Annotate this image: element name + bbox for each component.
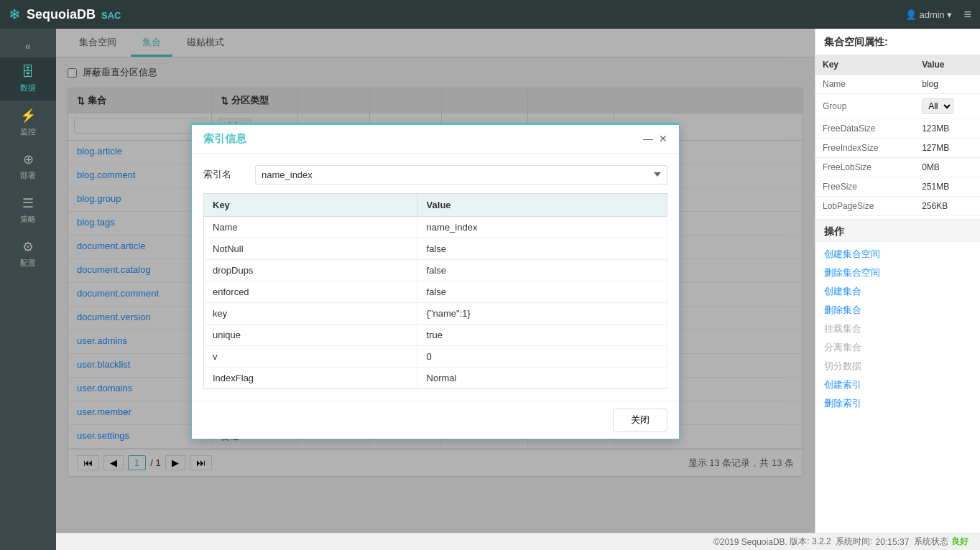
props-group-select[interactable]: All — [922, 98, 953, 114]
modal-table-row: NotNullfalse — [204, 238, 667, 259]
ops-item[interactable]: 创建集合空间 — [824, 245, 971, 264]
monitor-icon: ⚡ — [20, 108, 36, 123]
props-table-row: Nameblog — [815, 75, 980, 94]
props-table-row: LobPageSize256KB — [815, 197, 980, 216]
sidebar-item-policy[interactable]: ☰ 策略 — [0, 188, 56, 232]
modal-value-cell: true — [417, 324, 667, 345]
right-panel: 集合空间属性: Key Value NameblogGroupAllFreeDa… — [815, 29, 980, 533]
props-value-header: Value — [915, 55, 980, 75]
navbar-right: 👤 admin ▾ ≡ — [905, 7, 971, 22]
ops-item: 切分数据 — [824, 357, 971, 376]
props-table-row: GroupAll — [815, 94, 980, 119]
props-value-cell: 256KB — [915, 197, 980, 216]
props-key-cell: Group — [815, 94, 915, 119]
sidebar-item-deploy[interactable]: ⊕ 部署 — [0, 144, 56, 188]
sidebar-collapse-button[interactable]: « — [25, 34, 31, 57]
footer-time-value: 20:15:37 — [876, 537, 910, 547]
modal-key-cell: enforced — [204, 281, 418, 302]
right-panel-title: 集合空间属性: — [815, 29, 980, 55]
modal-value-cell: false — [417, 281, 667, 302]
footer-time-label: 系统时间: — [836, 536, 872, 548]
sidebar-item-monitor[interactable]: ⚡ 监控 — [0, 101, 56, 144]
modal-controls: — ✕ — [643, 133, 667, 144]
props-key-cell: FreeIndexSize — [815, 139, 915, 158]
app-name: SequoiaDBSAC — [27, 7, 121, 22]
modal-table-row: enforcedfalse — [204, 281, 667, 302]
modal-table-row: IndexFlagNormal — [204, 367, 667, 388]
ops-title: 操作 — [815, 219, 980, 242]
config-icon: ⚙ — [22, 239, 34, 255]
props-value-cell: 0MB — [915, 158, 980, 177]
props-value-cell: 127MB — [915, 139, 980, 158]
footer-copyright: ©2019 SequoiaDB. — [713, 537, 787, 547]
footer-status-value: 良好 — [951, 536, 969, 548]
modal-key-cell: IndexFlag — [204, 367, 418, 388]
ops-item: 挂载集合 — [824, 320, 971, 338]
modal-key-cell: unique — [204, 324, 418, 345]
sidebar-item-config[interactable]: ⚙ 配置 — [0, 232, 56, 276]
modal-key-cell: dropDups — [204, 259, 418, 281]
modal-key-cell: Name — [204, 216, 418, 238]
props-key-header: Key — [815, 55, 915, 75]
props-table-row: FreeIndexSize127MB — [815, 139, 980, 158]
ops-item: 分离集合 — [824, 338, 971, 357]
sidebar: « 🗄 数据 ⚡ 监控 ⊕ 部署 ☰ 策略 ⚙ 配置 — [0, 29, 56, 550]
modal-close-button[interactable]: ✕ — [659, 133, 667, 144]
props-value-cell[interactable]: All — [915, 94, 980, 119]
modal-minimize-button[interactable]: — — [643, 133, 653, 144]
modal-key-header: Key — [204, 193, 418, 216]
policy-icon: ☰ — [22, 195, 34, 211]
modal-footer: 关闭 — [192, 401, 679, 439]
modal-title: 索引信息 — [203, 132, 246, 146]
modal-table-row: dropDupsfalse — [204, 259, 667, 281]
index-info-modal: 索引信息 — ✕ 索引名 name_index Key Value Namena… — [191, 123, 680, 439]
props-key-cell: FreeSize — [815, 177, 915, 197]
modal-value-cell: {"name":1} — [417, 302, 667, 324]
modal-table-row: Namename_index — [204, 216, 667, 238]
modal-key-cell: v — [204, 345, 418, 367]
props-table-row: FreeSize251MB — [815, 177, 980, 197]
admin-menu[interactable]: 👤 admin ▾ — [905, 9, 953, 20]
modal-value-header: Value — [417, 193, 667, 216]
modal-table-row: v0 — [204, 345, 667, 367]
ops-list: 创建集合空间删除集合空间创建集合删除集合挂载集合分离集合切分数据创建索引删除索引 — [815, 242, 980, 416]
modal-close-footer-button[interactable]: 关闭 — [613, 409, 667, 432]
index-name-field: 索引名 name_index — [203, 165, 667, 185]
modal-value-cell: name_index — [417, 216, 667, 238]
props-value-cell: blog — [915, 75, 980, 94]
footer-status-label: 系统状态 — [914, 536, 948, 548]
ops-item[interactable]: 删除索引 — [824, 394, 971, 413]
props-key-cell: FreeLobSize — [815, 158, 915, 177]
modal-value-cell: 0 — [417, 345, 667, 367]
modal-table-row: uniquetrue — [204, 324, 667, 345]
modal-body: 索引名 name_index Key Value Namename_indexN… — [192, 154, 679, 401]
modal-value-cell: false — [417, 259, 667, 281]
footer-version: 版本: 3.2.2 — [790, 536, 831, 548]
props-table-row: FreeDataSize123MB — [815, 119, 980, 139]
props-key-cell: FreeDataSize — [815, 119, 915, 139]
props-value-cell: 123MB — [915, 119, 980, 139]
logo-icon: ❄ — [9, 6, 21, 23]
modal-value-cell: false — [417, 238, 667, 259]
modal-key-cell: key — [204, 302, 418, 324]
navbar: ❄ SequoiaDBSAC 👤 admin ▾ ≡ — [0, 0, 980, 29]
modal-header: 索引信息 — ✕ — [192, 125, 679, 154]
ops-item[interactable]: 创建索引 — [824, 376, 971, 394]
footer: ©2019 SequoiaDB. 版本: 3.2.2 系统时间: 20:15:3… — [0, 533, 980, 550]
index-name-select[interactable]: name_index — [255, 165, 667, 185]
hamburger-menu-icon[interactable]: ≡ — [963, 7, 971, 22]
props-key-cell: Name — [815, 75, 915, 94]
deploy-icon: ⊕ — [23, 152, 34, 167]
modal-key-cell: NotNull — [204, 238, 418, 259]
index-properties-table: Key Value Namename_indexNotNullfalsedrop… — [203, 193, 667, 389]
properties-table: Key Value NameblogGroupAllFreeDataSize12… — [815, 55, 980, 216]
modal-value-cell: Normal — [417, 367, 667, 388]
ops-item[interactable]: 创建集合 — [824, 282, 971, 301]
props-key-cell: LobPageSize — [815, 197, 915, 216]
sidebar-item-data[interactable]: 🗄 数据 — [0, 57, 56, 101]
props-table-row: FreeLobSize0MB — [815, 158, 980, 177]
ops-item[interactable]: 删除集合空间 — [824, 264, 971, 282]
ops-item[interactable]: 删除集合 — [824, 301, 971, 320]
index-name-label: 索引名 — [203, 168, 246, 181]
modal-table-row: key{"name":1} — [204, 302, 667, 324]
